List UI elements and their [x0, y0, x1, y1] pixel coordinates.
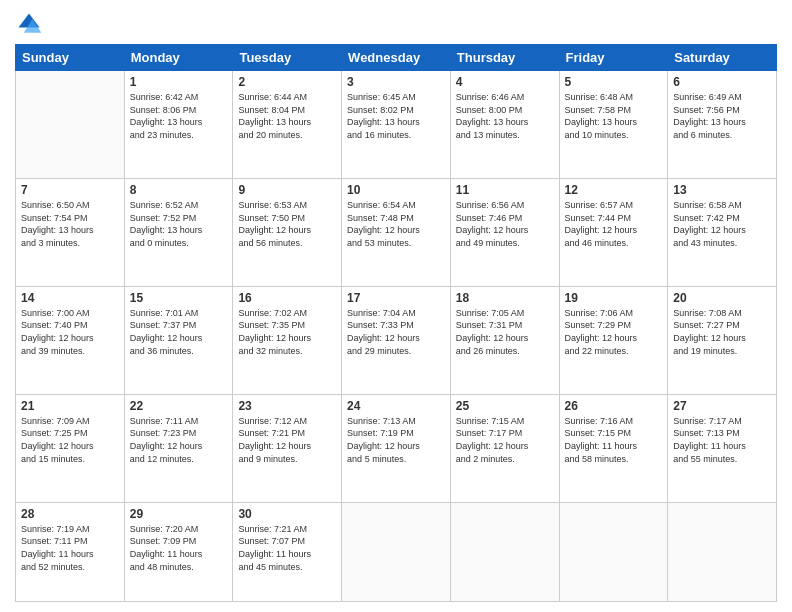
day-number: 21 — [21, 399, 119, 413]
day-number: 18 — [456, 291, 554, 305]
day-number: 9 — [238, 183, 336, 197]
calendar-cell: 3Sunrise: 6:45 AM Sunset: 8:02 PM Daylig… — [342, 71, 451, 179]
day-number: 3 — [347, 75, 445, 89]
day-info: Sunrise: 7:21 AM Sunset: 7:07 PM Dayligh… — [238, 523, 336, 573]
day-info: Sunrise: 6:50 AM Sunset: 7:54 PM Dayligh… — [21, 199, 119, 249]
calendar-cell: 9Sunrise: 6:53 AM Sunset: 7:50 PM Daylig… — [233, 178, 342, 286]
logo — [15, 10, 47, 38]
day-info: Sunrise: 7:15 AM Sunset: 7:17 PM Dayligh… — [456, 415, 554, 465]
calendar-cell — [559, 502, 668, 601]
day-info: Sunrise: 6:44 AM Sunset: 8:04 PM Dayligh… — [238, 91, 336, 141]
day-number: 5 — [565, 75, 663, 89]
calendar-cell: 20Sunrise: 7:08 AM Sunset: 7:27 PM Dayli… — [668, 286, 777, 394]
calendar-cell: 10Sunrise: 6:54 AM Sunset: 7:48 PM Dayli… — [342, 178, 451, 286]
day-header-tuesday: Tuesday — [233, 45, 342, 71]
day-info: Sunrise: 7:00 AM Sunset: 7:40 PM Dayligh… — [21, 307, 119, 357]
calendar-cell: 26Sunrise: 7:16 AM Sunset: 7:15 PM Dayli… — [559, 394, 668, 502]
calendar: SundayMondayTuesdayWednesdayThursdayFrid… — [15, 44, 777, 602]
day-number: 8 — [130, 183, 228, 197]
calendar-cell: 11Sunrise: 6:56 AM Sunset: 7:46 PM Dayli… — [450, 178, 559, 286]
week-row-3: 21Sunrise: 7:09 AM Sunset: 7:25 PM Dayli… — [16, 394, 777, 502]
calendar-cell: 5Sunrise: 6:48 AM Sunset: 7:58 PM Daylig… — [559, 71, 668, 179]
week-row-2: 14Sunrise: 7:00 AM Sunset: 7:40 PM Dayli… — [16, 286, 777, 394]
day-info: Sunrise: 7:08 AM Sunset: 7:27 PM Dayligh… — [673, 307, 771, 357]
calendar-cell: 19Sunrise: 7:06 AM Sunset: 7:29 PM Dayli… — [559, 286, 668, 394]
day-number: 6 — [673, 75, 771, 89]
day-number: 7 — [21, 183, 119, 197]
day-header-thursday: Thursday — [450, 45, 559, 71]
day-number: 29 — [130, 507, 228, 521]
calendar-cell: 4Sunrise: 6:46 AM Sunset: 8:00 PM Daylig… — [450, 71, 559, 179]
header-row: SundayMondayTuesdayWednesdayThursdayFrid… — [16, 45, 777, 71]
day-number: 15 — [130, 291, 228, 305]
day-info: Sunrise: 7:01 AM Sunset: 7:37 PM Dayligh… — [130, 307, 228, 357]
calendar-cell — [16, 71, 125, 179]
calendar-cell — [668, 502, 777, 601]
day-number: 19 — [565, 291, 663, 305]
day-info: Sunrise: 6:48 AM Sunset: 7:58 PM Dayligh… — [565, 91, 663, 141]
calendar-cell: 29Sunrise: 7:20 AM Sunset: 7:09 PM Dayli… — [124, 502, 233, 601]
day-number: 10 — [347, 183, 445, 197]
day-info: Sunrise: 6:56 AM Sunset: 7:46 PM Dayligh… — [456, 199, 554, 249]
header — [15, 10, 777, 38]
page: SundayMondayTuesdayWednesdayThursdayFrid… — [0, 0, 792, 612]
day-header-sunday: Sunday — [16, 45, 125, 71]
calendar-cell: 15Sunrise: 7:01 AM Sunset: 7:37 PM Dayli… — [124, 286, 233, 394]
day-header-saturday: Saturday — [668, 45, 777, 71]
day-info: Sunrise: 6:58 AM Sunset: 7:42 PM Dayligh… — [673, 199, 771, 249]
calendar-cell: 2Sunrise: 6:44 AM Sunset: 8:04 PM Daylig… — [233, 71, 342, 179]
day-number: 17 — [347, 291, 445, 305]
day-info: Sunrise: 6:57 AM Sunset: 7:44 PM Dayligh… — [565, 199, 663, 249]
week-row-1: 7Sunrise: 6:50 AM Sunset: 7:54 PM Daylig… — [16, 178, 777, 286]
day-info: Sunrise: 7:11 AM Sunset: 7:23 PM Dayligh… — [130, 415, 228, 465]
day-info: Sunrise: 6:46 AM Sunset: 8:00 PM Dayligh… — [456, 91, 554, 141]
calendar-cell: 23Sunrise: 7:12 AM Sunset: 7:21 PM Dayli… — [233, 394, 342, 502]
day-info: Sunrise: 6:54 AM Sunset: 7:48 PM Dayligh… — [347, 199, 445, 249]
day-number: 2 — [238, 75, 336, 89]
day-number: 27 — [673, 399, 771, 413]
day-info: Sunrise: 6:42 AM Sunset: 8:06 PM Dayligh… — [130, 91, 228, 141]
day-info: Sunrise: 7:09 AM Sunset: 7:25 PM Dayligh… — [21, 415, 119, 465]
day-number: 16 — [238, 291, 336, 305]
calendar-cell: 6Sunrise: 6:49 AM Sunset: 7:56 PM Daylig… — [668, 71, 777, 179]
calendar-cell: 1Sunrise: 6:42 AM Sunset: 8:06 PM Daylig… — [124, 71, 233, 179]
calendar-cell: 25Sunrise: 7:15 AM Sunset: 7:17 PM Dayli… — [450, 394, 559, 502]
day-number: 20 — [673, 291, 771, 305]
calendar-cell: 12Sunrise: 6:57 AM Sunset: 7:44 PM Dayli… — [559, 178, 668, 286]
day-info: Sunrise: 7:13 AM Sunset: 7:19 PM Dayligh… — [347, 415, 445, 465]
day-number: 26 — [565, 399, 663, 413]
calendar-cell: 30Sunrise: 7:21 AM Sunset: 7:07 PM Dayli… — [233, 502, 342, 601]
day-number: 28 — [21, 507, 119, 521]
day-info: Sunrise: 7:19 AM Sunset: 7:11 PM Dayligh… — [21, 523, 119, 573]
day-number: 1 — [130, 75, 228, 89]
day-number: 24 — [347, 399, 445, 413]
day-number: 4 — [456, 75, 554, 89]
calendar-cell: 27Sunrise: 7:17 AM Sunset: 7:13 PM Dayli… — [668, 394, 777, 502]
day-info: Sunrise: 7:06 AM Sunset: 7:29 PM Dayligh… — [565, 307, 663, 357]
calendar-cell — [342, 502, 451, 601]
calendar-cell: 13Sunrise: 6:58 AM Sunset: 7:42 PM Dayli… — [668, 178, 777, 286]
calendar-cell: 8Sunrise: 6:52 AM Sunset: 7:52 PM Daylig… — [124, 178, 233, 286]
calendar-body: 1Sunrise: 6:42 AM Sunset: 8:06 PM Daylig… — [16, 71, 777, 602]
calendar-cell — [450, 502, 559, 601]
day-info: Sunrise: 7:02 AM Sunset: 7:35 PM Dayligh… — [238, 307, 336, 357]
day-number: 11 — [456, 183, 554, 197]
calendar-cell: 18Sunrise: 7:05 AM Sunset: 7:31 PM Dayli… — [450, 286, 559, 394]
day-info: Sunrise: 7:16 AM Sunset: 7:15 PM Dayligh… — [565, 415, 663, 465]
day-number: 12 — [565, 183, 663, 197]
calendar-cell: 16Sunrise: 7:02 AM Sunset: 7:35 PM Dayli… — [233, 286, 342, 394]
calendar-cell: 17Sunrise: 7:04 AM Sunset: 7:33 PM Dayli… — [342, 286, 451, 394]
day-number: 13 — [673, 183, 771, 197]
day-number: 14 — [21, 291, 119, 305]
day-info: Sunrise: 7:17 AM Sunset: 7:13 PM Dayligh… — [673, 415, 771, 465]
week-row-0: 1Sunrise: 6:42 AM Sunset: 8:06 PM Daylig… — [16, 71, 777, 179]
week-row-4: 28Sunrise: 7:19 AM Sunset: 7:11 PM Dayli… — [16, 502, 777, 601]
day-header-wednesday: Wednesday — [342, 45, 451, 71]
day-info: Sunrise: 6:53 AM Sunset: 7:50 PM Dayligh… — [238, 199, 336, 249]
day-number: 23 — [238, 399, 336, 413]
day-info: Sunrise: 6:52 AM Sunset: 7:52 PM Dayligh… — [130, 199, 228, 249]
day-number: 22 — [130, 399, 228, 413]
calendar-cell: 7Sunrise: 6:50 AM Sunset: 7:54 PM Daylig… — [16, 178, 125, 286]
day-number: 30 — [238, 507, 336, 521]
calendar-cell: 24Sunrise: 7:13 AM Sunset: 7:19 PM Dayli… — [342, 394, 451, 502]
